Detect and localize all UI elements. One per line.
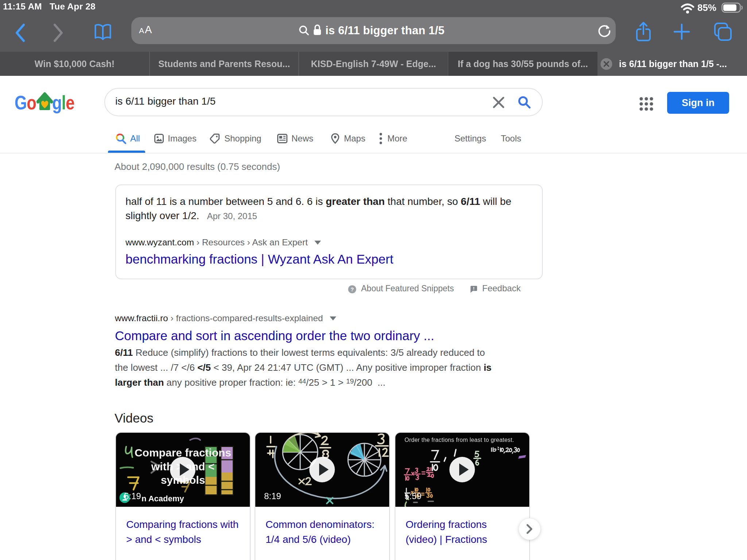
svg-text:?: ?	[351, 286, 354, 292]
